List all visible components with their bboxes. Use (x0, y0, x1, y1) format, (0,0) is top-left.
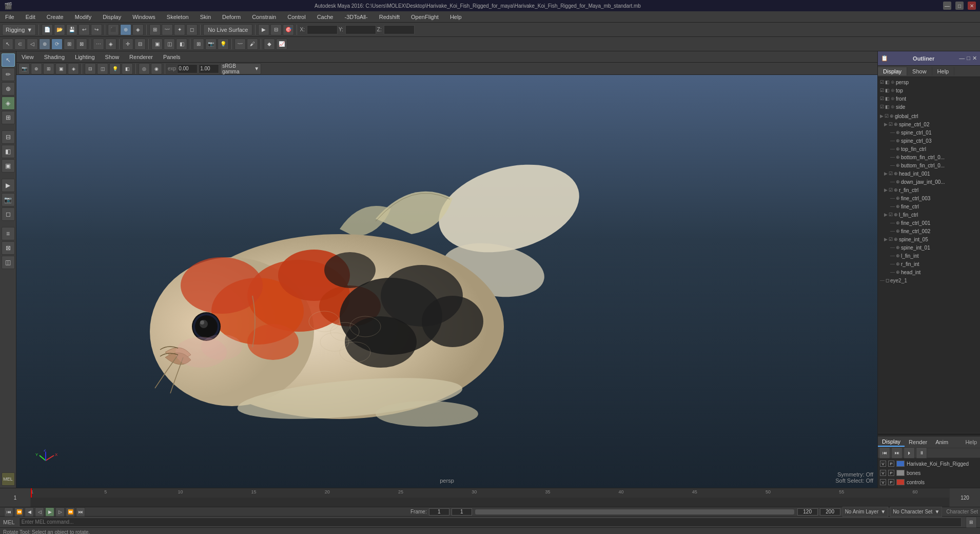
snap-point-side-button[interactable]: ◧ (2, 145, 15, 158)
show-manip-button[interactable]: ◈ (105, 39, 116, 50)
menu-3dto[interactable]: -3DToAll- (342, 13, 369, 21)
layer-prev-button[interactable]: ⏭ (891, 447, 903, 459)
layer-row-fish[interactable]: V P Harivake_Koi_Fish_Rigged (879, 459, 979, 468)
timeline-track-area[interactable]: 1 5 10 15 20 25 30 35 40 45 50 55 60 (31, 488, 949, 507)
no-char-set-dropdown[interactable]: No Character Set ▼ (890, 507, 942, 517)
tree-item-spine-int-05[interactable]: ▶ ☑ ⊕ spine_int_05 (878, 235, 980, 243)
layer-p-bones[interactable]: P (888, 470, 894, 476)
maximize-button[interactable]: □ (955, 2, 964, 10)
vp-shading-button[interactable]: ◫ (97, 63, 108, 74)
prev-frame-button[interactable]: ◀ (25, 507, 34, 517)
wireframe-button[interactable]: ▣ (151, 39, 163, 50)
outliner-maximize[interactable]: □ (967, 55, 970, 62)
select-tool-button[interactable]: ↖ (2, 39, 13, 50)
select-by-hierarchy-button[interactable]: ⬛ (108, 24, 119, 35)
next-key-button[interactable]: ⏩ (66, 507, 75, 517)
tree-item-down-jaw[interactable]: — ⊕ down_jaw_int_00... (878, 178, 980, 186)
layer-v-fish[interactable]: V (880, 461, 886, 467)
mel-side-button[interactable]: MEL (2, 472, 15, 486)
3d-viewport[interactable]: X Y Z persp Symmetry: Off Soft Select: O… (16, 75, 877, 488)
layer-help[interactable]: Help (965, 439, 977, 445)
menu-openflight[interactable]: OpenFlight (409, 13, 441, 21)
gamma-field[interactable]: 1.00 (199, 64, 219, 73)
menu-modify[interactable]: Modify (73, 13, 93, 21)
menu-deform[interactable]: Deform (220, 13, 243, 21)
tree-item-top-fin-ctrl[interactable]: — ⊕ top_fin_ctrl (878, 145, 980, 153)
lasso-tool-button[interactable]: ⊂ (14, 39, 26, 50)
viewport-menu-show[interactable]: Show (103, 53, 122, 61)
align-button[interactable]: ⊟ (134, 39, 146, 50)
tree-item-front[interactable]: ☑ ◧ ⊕ front (878, 94, 980, 103)
viewport-menu-shading[interactable]: Shading (42, 53, 67, 61)
tree-item-spine-ctrl-02[interactable]: ▶ ☑ ⊕ spine_ctrl_02 (878, 120, 980, 128)
weight-button[interactable]: ◈ (2, 97, 15, 110)
viewport-menu-renderer[interactable]: Renderer (127, 53, 155, 61)
range-start-input[interactable] (452, 508, 472, 516)
minimize-button[interactable]: — (943, 2, 951, 10)
deform-button[interactable]: ⊞ (2, 111, 15, 124)
layer-tab-anim[interactable]: Anim (931, 438, 952, 446)
layer-p-fish[interactable]: P (888, 461, 894, 467)
render-current-button[interactable]: ▶ (258, 24, 269, 35)
layer-row-bones[interactable]: V P bones (879, 468, 979, 478)
render-side-button[interactable]: ▶ (2, 179, 15, 192)
grid-side-button[interactable]: ▣ (2, 159, 15, 173)
snap-grid-side-button[interactable]: ⊟ (2, 130, 15, 144)
snap-surface-button[interactable]: ◻ (186, 24, 198, 35)
curve-button[interactable]: 〰 (234, 39, 246, 50)
close-button[interactable]: ✕ (968, 2, 976, 10)
paint-button[interactable]: 🖌 (247, 39, 258, 50)
layer-p-controls[interactable]: P (888, 479, 894, 485)
outliner-minimize[interactable]: — (959, 55, 965, 62)
menu-redshift[interactable]: Redshift (377, 13, 402, 21)
snap-together-button[interactable]: ✛ (122, 39, 133, 50)
anim-end-input[interactable] (820, 508, 840, 516)
open-scene-button[interactable]: 📂 (54, 24, 65, 35)
new-scene-button[interactable]: 📄 (42, 24, 53, 35)
rotate-tool-button[interactable]: ⟳ (51, 39, 63, 50)
scale-tool-button[interactable]: ⊞ (64, 39, 75, 50)
tree-item-r-fin-ctrl[interactable]: ▶ ☑ ⊕ r_fin_ctrl (878, 186, 980, 194)
snap-grid-button[interactable]: ⊞ (149, 24, 161, 35)
tree-item-l-fin-ctrl[interactable]: ▶ ☑ ⊕ l_fin_ctrl (878, 211, 980, 219)
tree-item-buttom-fin-ctrl[interactable]: — ⊕ buttom_fin_ctrl_0... (878, 161, 980, 169)
menu-control[interactable]: Control (285, 13, 307, 21)
outliner-tab-show[interactable]: Show (907, 67, 932, 75)
constraint-side-button[interactable]: ⊠ (2, 241, 15, 255)
tree-item-persp[interactable]: ☑ ◧ ⊕ persp (878, 78, 980, 86)
graph-button[interactable]: 📈 (276, 39, 287, 50)
tree-item-bottom-fin-ctrl[interactable]: — ⊕ bottom_fin_ctrl_0... (878, 153, 980, 161)
menu-display[interactable]: Display (101, 13, 123, 21)
vp-grid-toggle[interactable]: ⊟ (85, 63, 96, 74)
redo-button[interactable]: ↪ (91, 24, 102, 35)
vp-cam-button[interactable]: 📷 (18, 63, 30, 74)
layer-options-button[interactable]: ⏸ (916, 447, 927, 459)
layer-next-button[interactable]: ⏵ (904, 447, 915, 459)
anim-button[interactable]: ◆ (264, 39, 275, 50)
tree-item-fine-ctrl-002[interactable]: — ⊕ fine_ctrl_002 (878, 227, 980, 235)
outliner-close[interactable]: ✕ (972, 55, 977, 62)
exposure-field[interactable]: 0.00 (177, 64, 198, 73)
layer-row-controls[interactable]: V P controls (879, 478, 979, 487)
play-back-button[interactable]: ◁ (35, 507, 44, 517)
outliner-tree[interactable]: ☑ ◧ ⊕ persp ☑ ◧ ⊕ top ☑ ◧ ⊕ front ☑ ◧ ⊕ (878, 77, 980, 433)
viewport-menu-panels[interactable]: Panels (161, 53, 183, 61)
menu-edit[interactable]: Edit (24, 13, 37, 21)
menu-skeleton[interactable]: Skeleton (165, 13, 191, 21)
save-scene-button[interactable]: 💾 (66, 24, 77, 35)
menu-skin[interactable]: Skin (198, 13, 213, 21)
tree-item-eye2-1[interactable]: — ◻ eye2_1 (878, 276, 980, 284)
vp-wireframe-button[interactable]: ▣ (55, 63, 67, 74)
vp-smooth-button[interactable]: ◈ (68, 63, 79, 74)
menu-create[interactable]: Create (45, 13, 66, 21)
command-line-input[interactable] (19, 518, 962, 527)
vp-xray-button[interactable]: ◉ (151, 63, 162, 74)
menu-help[interactable]: Help (448, 13, 464, 21)
tree-item-side[interactable]: ☑ ◧ ⊕ side (878, 103, 980, 111)
soft-modify-button[interactable]: ⋯ (93, 39, 104, 50)
light-side-button[interactable]: ◻ (2, 207, 15, 221)
layer-tab-display[interactable]: Display (878, 437, 905, 447)
no-anim-layer-dropdown[interactable]: No Anim Layer ▼ (842, 507, 889, 517)
select-component-button[interactable]: ◈ (132, 24, 144, 35)
layer-v-controls[interactable]: V (880, 479, 886, 485)
